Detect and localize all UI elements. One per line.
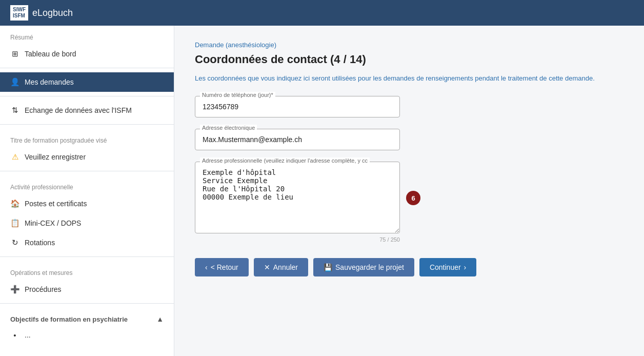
save-button[interactable]: 💾 Sauvegarder le projet [313,258,414,276]
building-icon: 🏠 [10,199,19,208]
chevron-up-icon[interactable]: ▲ [156,315,164,323]
bullet-icon: • [10,330,19,340]
rotate-icon: ↻ [10,238,19,247]
back-button[interactable]: ‹ < Retour [195,258,249,276]
x-icon: ✕ [264,263,270,271]
textarea-wrapper: Exemple d'hôpital Service Exemple Rue de… [195,162,400,235]
sidebar-item-veuillez-enregistrer[interactable]: ⚠ Veuillez enregistrer [0,147,174,167]
divider-5 [0,256,174,257]
logo: SIWF ISFM eLogbuch [10,5,73,21]
address-field-wrapper: Adresse professionnelle (veuillez indiqu… [195,162,400,243]
divider-6 [0,303,174,304]
sidebar-item-echange-donnees[interactable]: ⇅ Echange de données avec l'ISFM [0,101,174,120]
logo-box: SIWF ISFM [10,5,28,21]
phone-field-wrapper: Numéro de téléphone (jour)* [195,96,400,117]
main-layout: Résumé ⊞ Tableau de bord 👤 Mes demandes … [0,26,644,356]
char-count: 75 / 250 [195,236,400,243]
warning-icon: ⚠ [10,152,19,162]
info-text: Les coordonnées que vous indiquez ici se… [195,73,623,84]
address-label: Adresse professionnelle (veuillez indiqu… [200,157,370,164]
sidebar-item-mini-cex-dops[interactable]: 📋 Mini-CEX / DOPS [0,213,174,233]
page-title: Coordonnées de contact (4 / 14) [195,53,623,66]
sidebar-item-procedures[interactable]: ➕ Procédures [0,280,174,299]
cancel-button[interactable]: ✕ Annuler [254,258,308,276]
continue-button[interactable]: Continuer › [419,258,476,276]
sidebar-item-mes-demandes[interactable]: 👤 Mes demandes [0,72,174,92]
sidebar-item-rotations[interactable]: ↻ Rotations [0,233,174,252]
app-header: SIWF ISFM eLogbuch [0,0,644,26]
app-title: eLogbuch [32,8,73,18]
phone-label: Numéro de téléphone (jour)* [200,92,275,98]
divider-1 [0,68,174,68]
chevron-right-icon: › [464,263,467,271]
person-icon: 👤 [10,77,19,87]
sidebar-item-tableau-de-bord[interactable]: ⊞ Tableau de bord [0,44,174,64]
divider-3 [0,124,174,125]
email-field-wrapper: Adresse électronique [195,129,400,150]
address-textarea[interactable]: Exemple d'hôpital Service Exemple Rue de… [195,162,400,233]
email-label: Adresse électronique [200,125,257,131]
badge-6: 6 [406,191,420,205]
sidebar-item-postes-certificats[interactable]: 🏠 Postes et certificats [0,194,174,213]
clipboard-icon: 📋 [10,219,19,228]
section-label-activite: Activité professionnelle [0,175,174,194]
exchange-icon: ⇅ [10,106,19,115]
section-label-operations: Opérations et mesures [0,261,174,280]
main-content: Demande (anesthésiologie) Coordonnées de… [174,26,644,356]
divider-4 [0,171,174,171]
button-bar: ‹ < Retour ✕ Annuler 💾 Sauvegarder le pr… [195,258,623,276]
phone-input[interactable] [195,96,400,117]
grid-icon: ⊞ [10,49,19,58]
divider-2 [0,96,174,96]
section-label-resume: Résumé [0,26,174,44]
email-input[interactable] [195,129,400,150]
sidebar: Résumé ⊞ Tableau de bord 👤 Mes demandes … [0,26,174,356]
plus-box-icon: ➕ [10,285,19,294]
section-label-titre: Titre de formation postgraduée visé [0,129,174,147]
breadcrumb: Demande (anesthésiologie) [195,41,623,49]
section-label-objectifs: Objectifs de formation en psychiatrie [10,315,128,323]
save-icon: 💾 [324,263,332,271]
sidebar-item-sub1[interactable]: • ... [0,325,174,345]
chevron-left-icon: ‹ [205,263,208,271]
